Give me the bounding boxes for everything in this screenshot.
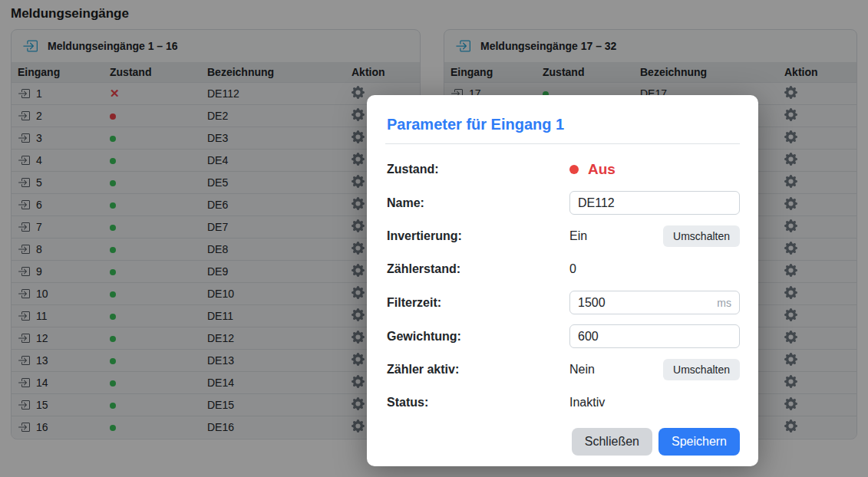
modal-title: Parameter für Eingang 1 [387, 115, 740, 133]
zustand-label: Zustand: [385, 163, 569, 176]
gewichtung-label: Gewichtung: [385, 330, 569, 344]
zaehler-aktiv-toggle-button[interactable]: Umschalten [663, 359, 740, 380]
gewichtung-input[interactable] [569, 324, 740, 348]
field-invertierung: Invertierung: Ein Umschalten [385, 225, 740, 248]
field-zaehlerstand: Zählerstand: 0 [385, 258, 740, 281]
name-label: Name: [385, 196, 569, 210]
parameter-modal: Parameter für Eingang 1 Zustand: Aus Nam… [367, 95, 758, 466]
zaehlerstand-value: 0 [569, 262, 576, 276]
save-button[interactable]: Speichern [658, 428, 740, 456]
zaehlerstand-label: Zählerstand: [385, 262, 569, 276]
invertierung-toggle-button[interactable]: Umschalten [663, 225, 740, 247]
app-root: Meldungseingänge Meldungseingänge 1 – 16… [0, 0, 868, 477]
close-button[interactable]: Schließen [572, 428, 652, 456]
red-dot-icon [569, 165, 579, 174]
field-filterzeit: Filterzeit: ms [385, 291, 740, 314]
invertierung-value: Ein [569, 229, 587, 243]
zaehler-aktiv-label: Zähler aktiv: [385, 363, 569, 377]
modal-footer: Schließen Speichern [385, 428, 740, 456]
filterzeit-unit: ms [717, 297, 731, 309]
field-name: Name: [385, 191, 740, 215]
name-input[interactable] [569, 191, 740, 215]
field-zustand: Zustand: Aus [385, 158, 740, 181]
field-gewichtung: Gewichtung: [385, 324, 740, 348]
zaehler-aktiv-value: Nein [569, 363, 595, 377]
status-label: Status: [385, 396, 569, 410]
filterzeit-label: Filterzeit: [385, 296, 569, 310]
field-zaehler-aktiv: Zähler aktiv: Nein Umschalten [385, 358, 740, 381]
zustand-value: Aus [569, 161, 616, 178]
filterzeit-input[interactable] [569, 291, 740, 314]
divider [385, 143, 740, 144]
invertierung-label: Invertierung: [385, 229, 569, 243]
field-status: Status: Inaktiv [385, 391, 740, 414]
status-value: Inaktiv [569, 396, 605, 410]
